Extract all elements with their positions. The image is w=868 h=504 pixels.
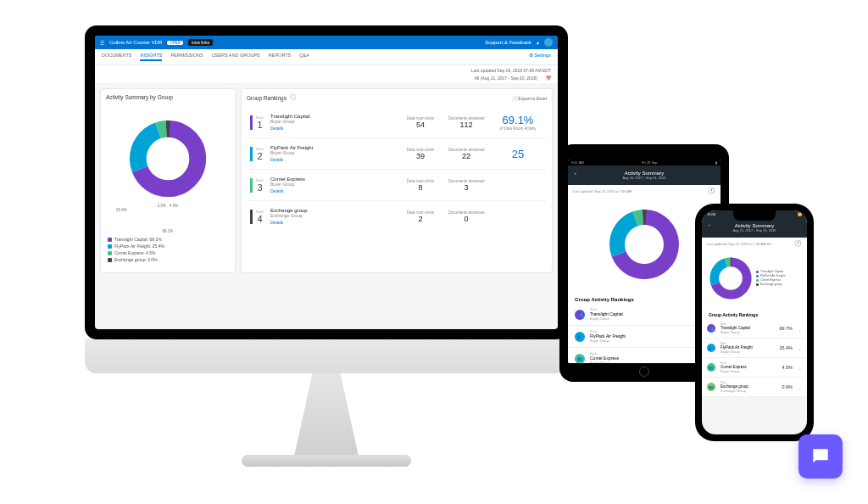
tab-insights[interactable]: INSIGHTS (140, 53, 162, 61)
tablet-title: Activity Summary (571, 171, 717, 176)
legend-item: FlyPack Air Freight (756, 274, 785, 277)
nav-tabs: DOCUMENTS INSIGHTS PERMISSIONS USERS AND… (95, 49, 558, 65)
tab-users[interactable]: USERS AND GROUPS (212, 53, 260, 61)
tablet-updated: Last updated: Sep 24, 2019 at 7:49 AM 🕐 (568, 185, 721, 197)
legend-item: FlyPack Air Freight: 25.4% (108, 244, 228, 249)
status-date: Fri 20 Sep (642, 160, 657, 165)
list-item[interactable]: 👥 RankFlyPack Air FreightBuyer Group 25.… (702, 339, 807, 358)
group-rankings-panel: Group Rankings ⓘ 📄 Export to Excel Rank1… (241, 88, 553, 273)
callout-upper: 4.5% (170, 204, 178, 208)
last-updated: Last updated Sep 19, 2019 07:08 AM EDT (471, 68, 551, 73)
imac-base (242, 455, 411, 467)
signal-icon: 📶 (798, 212, 802, 216)
app-title: Collins Air Courier VDR (109, 40, 162, 45)
info-icon[interactable]: ⓘ (290, 94, 296, 102)
app-header: ☰ Collins Air Courier VDR OPEN intra lin… (95, 36, 558, 49)
rank-row[interactable]: Rank1 Translight Capital Buyer Group Det… (247, 107, 547, 138)
back-icon[interactable]: ‹ (709, 223, 710, 227)
support-link[interactable]: Support & Feedback (485, 40, 531, 45)
details-link[interactable]: Details (270, 157, 394, 162)
rank-row[interactable]: Rank3 Comet Express Buyer Group Details … (247, 170, 547, 201)
date-range[interactable]: All (Aug 21, 2017 - Sep 20, 2019) (475, 76, 537, 81)
imac-stand (280, 373, 373, 458)
legend-item: Exchange group (756, 283, 785, 286)
tab-documents[interactable]: DOCUMENTS (102, 53, 131, 61)
tab-reports[interactable]: REPORTS (269, 53, 292, 61)
panel-title: Group Rankings (247, 95, 287, 101)
clock-icon[interactable]: 🕐 (794, 240, 802, 247)
chevron-down-icon: ⌄ (798, 345, 802, 351)
back-icon[interactable]: ‹ (575, 171, 576, 176)
phone-header: ‹ Activity Summary Aug 21, 2017 - Sep 19… (702, 218, 807, 238)
callout-top: 2.0% (158, 204, 166, 208)
subheader-range: All (Aug 21, 2017 - Sep 20, 2019) 📅 (95, 76, 558, 83)
chevron-down-icon: ⌄ (798, 365, 802, 371)
details-link[interactable]: Details (270, 188, 394, 193)
chevron-down-icon: ⌄ (798, 326, 802, 332)
legend-item: Exchange group: 2.0% (108, 257, 228, 262)
export-link[interactable]: 📄 Export to Excel (512, 96, 547, 101)
legend-item: Comet Express: 4.5% (108, 250, 228, 255)
brand-tag: intra links (188, 39, 213, 46)
list-item[interactable]: 👥 RankExchange groupExchange Group 0.9% … (702, 378, 807, 397)
phone-legend: Translight CapitalFlyPack Air FreightCom… (756, 270, 785, 287)
calendar-icon[interactable]: 📅 (546, 76, 551, 81)
phone-section-title: Group Activity Rankings (702, 307, 807, 319)
details-link[interactable]: Details (270, 220, 394, 225)
phone-chart-row: Translight CapitalFlyPack Air FreightCom… (702, 249, 807, 307)
tab-permissions[interactable]: PERMISSIONS (170, 53, 203, 61)
battery-icon: ▮ (715, 160, 717, 165)
callout-bottom: 68.1% (163, 229, 174, 233)
details-link[interactable]: Details (270, 126, 394, 131)
tablet-range: Aug 24, 2017 - Sep 24, 2019 (571, 176, 717, 180)
donut-chart (106, 105, 230, 212)
phone-updated: Last updated: Sep 19, 2019 at 7:49 AM HK… (702, 238, 807, 249)
phone-title: Activity Summary (705, 223, 804, 228)
callout-left: 25.4% (116, 208, 127, 212)
chevron-down-icon[interactable]: ▾ (537, 40, 539, 46)
iphone-device: 11:04 📶 ‹ Activity Summary Aug 21, 2017 … (695, 204, 814, 441)
tab-qa[interactable]: Q&A (299, 53, 309, 61)
iphone-screen: 11:04 📶 ‹ Activity Summary Aug 21, 2017 … (702, 210, 807, 434)
imac-device: ☰ Collins Air Courier VDR OPEN intra lin… (85, 25, 568, 339)
rank-row[interactable]: Rank4 Exchange group Exchange Group Deta… (247, 201, 547, 232)
status-time: 11:04 (707, 212, 715, 216)
desktop-app: ☰ Collins Air Courier VDR OPEN intra lin… (95, 36, 558, 329)
imac-screen: ☰ Collins Air Courier VDR OPEN intra lin… (85, 25, 568, 339)
panel-title: Activity Summary by Group (106, 94, 230, 100)
settings-link[interactable]: ⚙ Settings (529, 53, 551, 61)
legend-item: Translight Capital (756, 270, 785, 273)
chat-button[interactable] (798, 434, 843, 479)
status-time: 9:41 AM (571, 160, 584, 165)
activity-summary-panel: Activity Summary by Group 2.0% (100, 88, 236, 273)
chevron-down-icon: ⌄ (798, 384, 802, 390)
status-badge: OPEN (167, 41, 183, 45)
avatar[interactable] (544, 38, 553, 47)
menu-icon[interactable]: ☰ (100, 40, 104, 46)
rank-row[interactable]: Rank2 FlyPack Air Freight Buyer Group De… (247, 138, 547, 170)
list-item[interactable]: 👥 RankComet ExpressBuyer Group 4.5% ⌄ (702, 358, 807, 378)
clock-icon[interactable]: 🕐 (708, 188, 715, 194)
list-item[interactable]: 👥 RankTranslight CapitalBuyer Group 69.7… (702, 319, 807, 339)
legend-item: Translight Capital: 69.1% (108, 237, 228, 242)
chart-legend: Translight Capital: 69.1%FlyPack Air Fre… (106, 233, 230, 267)
phone-range: Aug 21, 2017 - Sep 19, 2019 (705, 228, 804, 232)
tablet-header: ‹ Activity Summary Aug 24, 2017 - Sep 24… (568, 165, 721, 185)
subheader: Last updated Sep 19, 2019 07:08 AM EDT (95, 65, 558, 76)
imac-chin (85, 339, 568, 373)
chat-icon (810, 445, 832, 468)
legend-item: Comet Express (756, 278, 785, 282)
notch (733, 210, 776, 221)
home-button[interactable] (639, 367, 649, 377)
